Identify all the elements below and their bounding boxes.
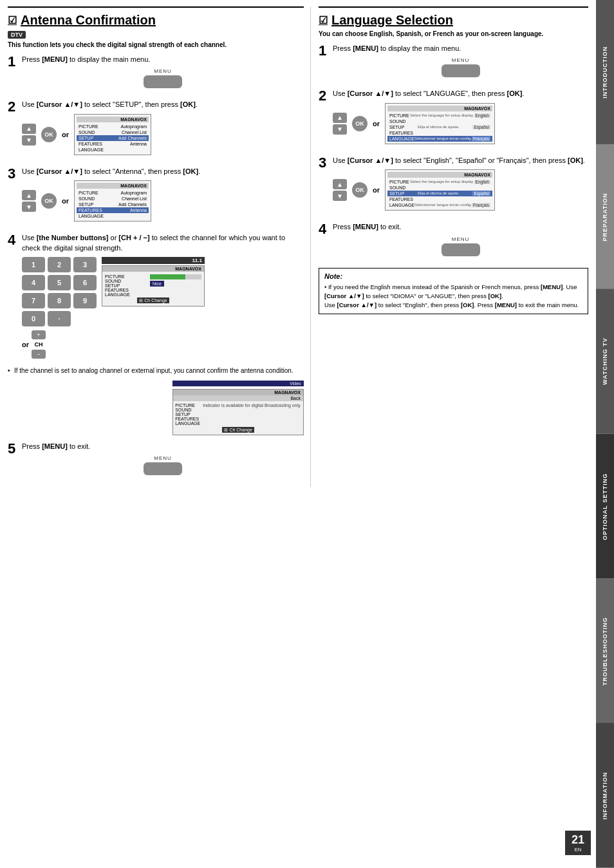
cursor-down: ▼ bbox=[22, 135, 36, 146]
r-step3-content: Use [Cursor ▲/▼] to select "English", "E… bbox=[333, 156, 588, 214]
r-row-sound-2: SOUND bbox=[387, 118, 492, 124]
step4-content: Use [the Number buttons] or [CH + / −] t… bbox=[22, 233, 304, 359]
r-screen-brand-2: MAGNAVOX bbox=[387, 106, 492, 111]
page-number: 21 bbox=[572, 833, 584, 847]
r-step3-screen: MAGNAVOX PICTURESelect the language for … bbox=[385, 169, 495, 211]
step1-number: 1 bbox=[8, 55, 19, 69]
video-section: Video MAGNAVOX Back PICTURE SOUND SETUP … bbox=[8, 381, 304, 435]
r-row-features-3: FEATURES bbox=[387, 196, 492, 202]
num-5: 5 bbox=[48, 275, 71, 290]
ok-button-3: OK bbox=[41, 193, 57, 209]
num-2: 2 bbox=[48, 257, 71, 272]
video-screen-container: Video MAGNAVOX Back PICTURE SOUND SETUP … bbox=[172, 381, 304, 435]
video-indicator-text: Indicator is available for digital Broad… bbox=[203, 403, 301, 408]
step1-text: Press [MENU] to display the main menu. bbox=[22, 55, 304, 64]
r-step3-number: 3 bbox=[319, 156, 330, 170]
num-9: 9 bbox=[73, 293, 97, 308]
menu-label: MENU bbox=[154, 68, 172, 74]
screen-row-language-3: LANGUAGE bbox=[77, 213, 149, 219]
page-en: EN bbox=[572, 847, 584, 853]
right-section-title: ☑ Language Selection bbox=[319, 13, 588, 28]
screen-row-features: FEATURESAntenna bbox=[77, 141, 149, 147]
sidebar-tab-preparation: PREPARATION bbox=[596, 145, 614, 290]
cursor-up-3: ▲ bbox=[22, 190, 36, 200]
step3-content: Use [Cursor ▲/▼] to select "Antenna", th… bbox=[22, 167, 304, 225]
cursor-buttons: ▲ ▼ bbox=[22, 124, 36, 146]
right-step1: 1 Press [MENU] to display the main menu.… bbox=[319, 44, 588, 81]
r-step1-text: Press [MENU] to display the main menu. bbox=[333, 44, 588, 53]
video-screen: MAGNAVOX Back PICTURE SOUND SETUP FEATUR… bbox=[172, 389, 304, 435]
video-back: Back bbox=[173, 395, 303, 401]
note-title: Note: bbox=[324, 272, 582, 280]
ch-change-label: ⊞ Ch Change bbox=[105, 298, 201, 303]
r-menu-label-4: MENU bbox=[452, 236, 470, 242]
step1-content: Press [MENU] to display the main menu. M… bbox=[22, 55, 304, 92]
ch-change-button: ⊞ Ch Change bbox=[137, 297, 169, 303]
ch-buttons: + CH − bbox=[32, 330, 46, 359]
sidebar-tab-watching: WATCHING TV bbox=[596, 289, 614, 434]
menu-button-display: MENU bbox=[22, 68, 304, 88]
r-or-3: or bbox=[373, 186, 380, 194]
step2-text: Use [Cursor ▲/▼] to select "SETUP", then… bbox=[22, 100, 304, 109]
num-4: 4 bbox=[22, 275, 45, 290]
cursor-buttons-3: ▲ ▼ bbox=[22, 190, 36, 212]
signal-bar-fill bbox=[150, 274, 185, 279]
note-box: Note: • If you need the English menus in… bbox=[319, 268, 588, 315]
or-ch-label: or bbox=[22, 341, 29, 348]
left-step5: 5 Press [MENU] to exit. MENU bbox=[8, 442, 304, 479]
note-text: • If you need the English menus instead … bbox=[324, 283, 582, 310]
video-body: PICTURE SOUND SETUP FEATURES LANGUAGE In… bbox=[173, 401, 303, 428]
step4-screen-group: 11.1 MAGNAVOX PICTURE SOUND SETUP FEATUR… bbox=[102, 257, 205, 307]
num-empty bbox=[73, 311, 97, 326]
ok-button: OK bbox=[41, 127, 57, 142]
r-menu-graphic-4 bbox=[442, 243, 480, 256]
step2-screen: MAGNAVOX PICTUREAutoprogram SOUNDChannel… bbox=[74, 114, 151, 155]
r-screen-brand-3: MAGNAVOX bbox=[387, 172, 492, 178]
right-step2: 2 Use [Cursor ▲/▼] to select "LANGUAGE",… bbox=[319, 89, 588, 147]
menu-label-5: MENU bbox=[154, 455, 172, 461]
main-content: ☑ Antenna Confirmation DTV This function… bbox=[0, 0, 596, 493]
ch-plus: + bbox=[32, 330, 46, 339]
step4-text: Use [the Number buttons] or [CH + / −] t… bbox=[22, 233, 304, 253]
r-step4-number: 4 bbox=[319, 222, 330, 236]
video-label: Video bbox=[172, 381, 304, 386]
r-row-picture-3: PICTURESelect the language for setup dis… bbox=[387, 179, 492, 185]
num-grid: 1 2 3 4 5 6 7 8 9 0 · bbox=[22, 257, 97, 326]
r-step2-diagram: ▲ ▼ OK or MAGNAVOX PICTURESelect the lan… bbox=[333, 103, 588, 144]
r-row-sound-3: SOUND bbox=[387, 185, 492, 191]
r-menu-graphic-1 bbox=[442, 64, 480, 77]
ok-diagram: OK bbox=[41, 127, 57, 142]
num-0: 0 bbox=[22, 311, 45, 326]
video-ch-change: ⊞ Ch Change bbox=[173, 428, 303, 435]
ok-diagram-3: OK bbox=[41, 193, 57, 209]
screen-brand: MAGNAVOX bbox=[77, 117, 149, 122]
menu-graphic-button bbox=[144, 75, 182, 88]
r-step3-diagram: ▲ ▼ OK or MAGNAVOX PICTURESelect the lan… bbox=[333, 169, 588, 211]
left-subtitle: This function lets you check the digital… bbox=[8, 41, 304, 48]
screen-row-picture: PICTUREAutoprogram bbox=[77, 124, 149, 129]
r-step1-number: 1 bbox=[319, 44, 330, 58]
step3-number: 3 bbox=[8, 167, 19, 181]
step2-number: 2 bbox=[8, 100, 19, 114]
channel-display: 11.1 bbox=[102, 257, 205, 264]
left-step1: 1 Press [MENU] to display the main menu.… bbox=[8, 55, 304, 92]
step2-content: Use [Cursor ▲/▼] to select "SETUP", then… bbox=[22, 100, 304, 158]
r-row-setup-3: SETUPElija el idioma de ajuste.Español bbox=[387, 191, 492, 196]
page-number-block: 21 EN bbox=[565, 831, 591, 855]
screen-row-sound: SOUNDChannel List bbox=[77, 129, 149, 135]
ch-minus: − bbox=[32, 350, 46, 359]
r-row-picture-2: PICTURESelect the language for setup dis… bbox=[387, 113, 492, 118]
signal-nice-label: Nice bbox=[150, 281, 164, 287]
step3-diagram: ▲ ▼ OK or MAGNAVOX PICTUREAutoprogram SO… bbox=[22, 180, 304, 222]
cursor-down-3: ▼ bbox=[22, 202, 36, 212]
left-step3: 3 Use [Cursor ▲/▼] to select "Antenna", … bbox=[8, 167, 304, 225]
r-cursor-up-2: ▲ bbox=[333, 113, 347, 123]
ch-row: or + CH − bbox=[22, 330, 97, 359]
num-3: 3 bbox=[73, 257, 97, 272]
right-checkmark-icon: ☑ bbox=[319, 14, 328, 26]
left-title: Antenna Confirmation bbox=[21, 13, 156, 28]
num-1: 1 bbox=[22, 257, 45, 272]
screen-row-picture-3: PICTUREAutoprogram bbox=[77, 190, 149, 196]
ch-label: CH bbox=[35, 341, 43, 348]
bullet-item: If the channel is set to analog channel … bbox=[8, 366, 304, 375]
